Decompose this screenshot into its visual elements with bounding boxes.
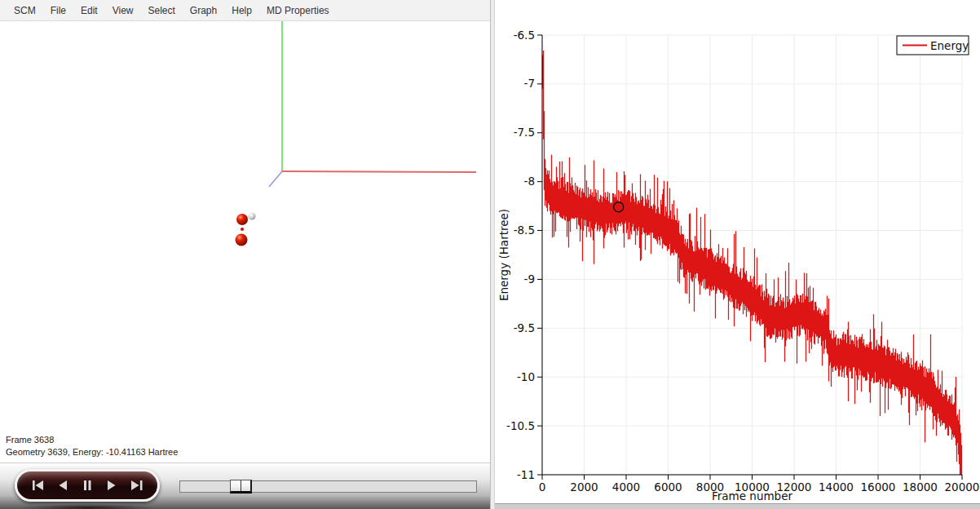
x-tick-label: 4000 [612,480,640,494]
menu-item-scm[interactable]: SCM [7,2,43,20]
skip-to-end-button[interactable] [127,477,147,494]
y-tick-label: -9 [524,272,535,285]
legend-label: Energy [930,39,969,52]
x-tick-label: 16000 [861,480,896,494]
geometry-energy-label: Geometry 3639, Energy: -10.41163 Hartree [6,446,178,458]
y-tick-label: -6.5 [514,29,535,42]
window-bottom-strip [495,503,980,509]
x-tick-label: 2000 [570,480,598,494]
molecule-viewport[interactable]: Frame 3638 Geometry 3639, Energy: -10.41… [0,21,490,463]
y-tick-label: -8.5 [514,224,535,237]
skip-to-start-button[interactable] [28,477,47,494]
slider-thumb-divider [241,480,241,491]
x-tick-label: 18000 [903,480,938,494]
amsmovie-window: SCMFileEditViewSelectGraphHelpMD Propert… [0,0,980,509]
x-axis-title: Frame number [712,489,792,502]
y-tick-label: -8 [524,175,535,188]
x-axis-line [282,171,476,172]
menu-item-select[interactable]: Select [141,2,183,20]
molecule-scene [0,21,490,463]
playback-controls [0,463,490,509]
skip-to-start-icon [29,477,46,494]
hydrogen-atom[interactable] [249,213,256,220]
y-tick-label: -7.5 [514,126,535,139]
step-back-icon [55,477,71,494]
y-axis-title: Energy (Hartree) [497,209,510,301]
frame-label: Frame 3638 [6,434,178,446]
molecule-panel: SCMFileEditViewSelectGraphHelpMD Propert… [0,0,490,509]
y-tick-label: -7 [524,77,535,90]
pill-reflection [20,504,155,509]
hydrogen-bond-dot [241,228,244,231]
y-tick-label: -10 [517,370,535,383]
z-axis-line [269,171,282,187]
pause-icon [79,477,95,494]
frame-slider-track[interactable] [179,480,477,493]
menu-item-view[interactable]: View [105,2,141,20]
oxygen-atom-top[interactable] [236,214,248,225]
y-tick-label: -10.5 [506,419,535,432]
play-icon [104,477,120,494]
y-tick-label: -9.5 [514,321,535,334]
menu-item-md-properties[interactable]: MD Properties [259,2,337,20]
menu-item-edit[interactable]: Edit [73,2,105,20]
menu-bar: SCMFileEditViewSelectGraphHelpMD Propert… [0,0,490,21]
x-tick-label: 20000 [945,480,980,494]
player-pill [15,469,160,502]
energy-chart[interactable]: -6.5-7-7.5-8-8.5-9-9.5-10-10.5-110200040… [495,0,980,503]
x-tick-label: 0 [539,480,546,494]
menu-item-help[interactable]: Help [224,2,259,20]
x-tick-label: 6000 [654,480,682,494]
energy-plot-panel: -6.5-7-7.5-8-8.5-9-9.5-10-10.5-110200040… [495,0,980,503]
x-tick-label: 14000 [819,480,854,494]
menu-item-graph[interactable]: Graph [183,2,224,20]
play-button[interactable] [102,477,121,494]
frame-slider-thumb[interactable] [230,480,252,494]
frame-status: Frame 3638 Geometry 3639, Energy: -10.41… [6,434,178,458]
oxygen-atom-bottom[interactable] [236,234,248,246]
step-back-button[interactable] [53,477,73,494]
pause-button[interactable] [77,477,97,494]
menu-item-file[interactable]: File [43,2,73,20]
skip-to-end-icon [129,477,145,494]
y-tick-label: -11 [517,468,535,481]
